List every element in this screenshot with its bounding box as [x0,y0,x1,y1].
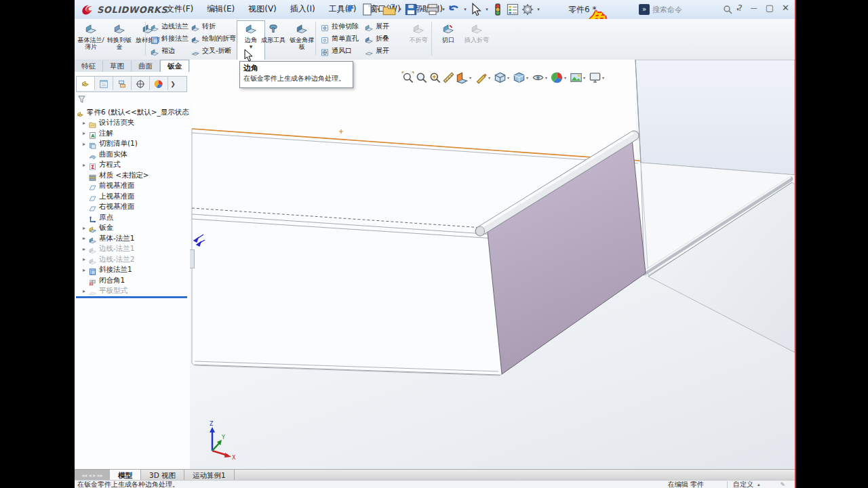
tree-item[interactable]: ▸切割清单(1) [76,139,189,150]
menu-item[interactable]: 视图(V) [241,0,283,18]
tree-filter-row[interactable] [77,94,186,104]
panel-tab-displaymanager[interactable] [150,77,168,90]
tree-item[interactable]: 曲面实体 [76,149,189,160]
menu-item[interactable]: 文件(F) [159,0,200,18]
maximize-button[interactable]: ▢ [766,3,774,13]
expand-arrow[interactable]: ▸ [80,267,88,273]
minimize-button[interactable]: — [751,4,757,12]
tree-item[interactable]: 前视基准面 [76,181,189,192]
dropdown-caret[interactable]: ▾ [507,75,512,80]
panel-tab-configurationmanager[interactable] [113,77,132,90]
sheet-metal-model[interactable]: Z X Y [190,60,795,469]
tree-item[interactable]: 材质 <未指定> [76,170,189,181]
ribbon-button-sm-miter[interactable]: 斜接法兰 [148,33,191,45]
ribbon-button-sm-flattenrow[interactable]: 展开 [362,45,391,57]
new-document-icon[interactable] [361,3,374,16]
help-button[interactable]: ? [738,3,743,13]
view-settings-icon[interactable] [589,71,601,84]
dropdown-caret[interactable]: ▾ [462,7,468,12]
command-tab-钣金[interactable]: 钣金 [160,60,189,72]
dropdown-caret[interactable]: ▾ [602,75,607,80]
ribbon-button-sm-rip[interactable]: 切口 [434,20,462,60]
tree-item[interactable]: 原点 [76,212,189,223]
ribbon-button-sm-crossbreak[interactable]: 交叉-折断 [189,45,234,57]
ribbon-button-sm-forming[interactable]: 成形工具 [259,20,288,60]
expand-arrow[interactable]: ▸ [80,225,88,231]
tree-item[interactable]: ▸钣金 [76,223,189,234]
bottom-tab-模型[interactable]: 模型 [110,470,141,481]
open-folder-icon[interactable] [382,3,396,16]
tree-item[interactable]: ▸Σ方程式 [76,160,189,171]
ribbon-button-sm-gusset[interactable]: 钣金角撑板 [288,20,316,60]
ribbon-button-sm-flange[interactable]: 基体法兰/薄片 [77,20,105,60]
sketch-tools-icon[interactable] [475,71,488,84]
tree-item[interactable]: ▸边线-法兰1 [76,244,189,255]
display-style-icon[interactable] [513,71,526,84]
options-gear-icon[interactable] [521,3,534,16]
tree-item[interactable]: ▸斜接法兰1 [76,265,189,276]
ribbon-button-sm-sketchbend[interactable]: 绘制的折弯 [189,33,238,45]
measure-icon[interactable] [442,71,455,84]
rebuild-traffic-light-icon[interactable] [491,3,505,16]
section-view-icon[interactable] [456,71,469,84]
panel-tab-propertymanager[interactable] [95,77,113,90]
status-tag-icon[interactable]: ✎ [780,481,785,488]
bottom-tab-运动算例1[interactable]: 运动算例1 [184,470,235,481]
search-command-box[interactable]: » 搜索命令 ▾ [639,3,741,16]
ribbon-button-sm-vent[interactable]: 通风口 [318,45,354,57]
ribbon-button-sm-hole[interactable]: 简单直孔 [318,33,361,45]
dropdown-caret[interactable]: ▼ [250,44,253,49]
menu-item[interactable]: 工具(T) [322,0,363,18]
print-icon[interactable] [426,3,439,16]
ribbon-button-sm-convert[interactable]: 转换到钣金 [105,20,134,60]
tree-item[interactable]: 右视基准面 [76,202,189,213]
dropdown-caret[interactable]: ▾ [526,75,531,80]
close-button[interactable]: ✕ [782,3,789,13]
expand-arrow[interactable]: ▸ [80,120,88,126]
graphics-viewport[interactable]: Z X Y ▾▾▾▾▾▾▾▾ ◧◨—❐✕ e S 中 [190,60,795,469]
tree-item[interactable]: ▸平板型式 [76,286,189,297]
dropdown-caret[interactable]: ▾ [583,75,588,80]
edit-appearance-icon[interactable] [551,71,564,84]
panel-tabs-overflow[interactable]: ❯ [168,77,178,92]
menu-item[interactable]: 编辑(E) [200,0,241,18]
panel-splitter-handle[interactable] [190,249,195,268]
zoom-to-area-icon[interactable] [415,71,428,84]
rollback-bar[interactable] [76,296,187,298]
command-tab-草图[interactable]: 草图 [103,60,132,72]
hide-show-items-icon[interactable] [532,71,545,84]
pin-icon[interactable] [344,3,355,14]
ribbon-button-sm-cut[interactable]: 拉伸切除 [318,20,361,33]
tree-item[interactable]: ▸A注解 [76,128,189,139]
tab-nav-buttons[interactable]: ◂◂ ◂ ▸ ▸▸ [75,470,110,481]
tree-item[interactable]: ▸设计活页夹 [76,118,189,129]
undo-icon[interactable] [448,3,461,16]
ribbon-button-sm-fold[interactable]: 折叠 [362,33,391,45]
dropdown-caret[interactable]: ▾ [488,75,493,80]
command-tab-曲面[interactable]: 曲面 [132,60,160,72]
dropdown-caret[interactable]: ▾ [376,7,381,12]
dropdown-caret[interactable]: ▾ [469,75,474,80]
zoom-to-fit-icon[interactable] [401,71,414,84]
dropdown-caret[interactable]: ▾ [441,7,446,12]
ribbon-button-sm-edge[interactable]: 边线法兰 [148,20,191,33]
dropdown-caret[interactable]: ▾ [545,75,550,80]
menu-item[interactable]: 插入(I) [283,0,322,18]
magnified-selection-icon[interactable] [429,71,441,84]
bottom-tab-3D 视图[interactable]: 3D 视图 [141,470,184,481]
tree-item[interactable]: ▸基体-法兰1 [76,233,189,244]
apply-scene-icon[interactable] [570,71,583,84]
expand-arrow[interactable]: ▸ [80,256,88,262]
ribbon-button-sm-unfold[interactable]: 展开 [362,20,391,33]
command-tab-特征[interactable]: 特征 [75,60,103,72]
save-disk-icon[interactable] [404,3,418,16]
ribbon-button-sm-hem[interactable]: 褶边 [148,45,177,57]
dropdown-caret[interactable]: ▾ [397,7,403,12]
expand-arrow[interactable]: ▸ [80,246,88,252]
magnifier-icon[interactable] [723,5,732,14]
tree-item[interactable]: 闭合角1 [76,275,189,286]
expand-arrow[interactable]: ▸ [80,130,88,136]
file-properties-list-icon[interactable] [506,3,519,16]
dropdown-caret[interactable]: ▾ [564,75,569,80]
expand-arrow[interactable]: ▸ [80,141,88,147]
